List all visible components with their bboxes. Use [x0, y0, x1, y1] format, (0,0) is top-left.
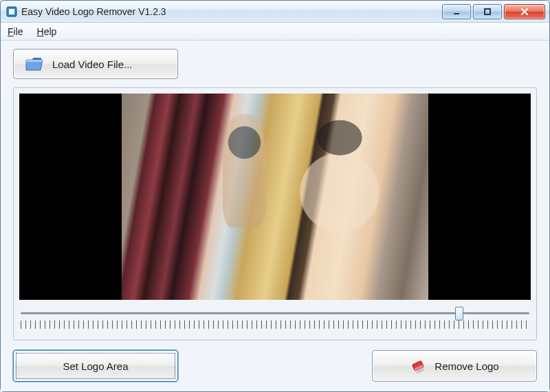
timeline-slider[interactable] [19, 308, 531, 334]
video-groupbox [13, 87, 537, 340]
load-video-label: Load Video File... [52, 58, 132, 70]
set-logo-area-button[interactable]: Set Logo Area [13, 350, 178, 382]
svg-rect-1 [9, 9, 14, 14]
remove-logo-button[interactable]: Remove Logo [372, 350, 537, 382]
eraser-icon [410, 358, 426, 373]
window-title: Easy Video Logo Remover V1.2.3 [21, 6, 442, 17]
window-controls [442, 4, 545, 19]
bottom-button-row: Set Logo Area Remove Logo [13, 350, 537, 382]
maximize-button[interactable] [473, 4, 502, 19]
svg-rect-2 [454, 13, 459, 14]
close-button[interactable] [504, 4, 545, 19]
slider-thumb[interactable] [455, 307, 463, 320]
content-area: Load Video File... Set Logo Area [1, 41, 549, 391]
minimize-button[interactable] [442, 4, 471, 19]
folder-icon [25, 56, 44, 72]
slider-ticks [21, 320, 529, 329]
load-video-button[interactable]: Load Video File... [13, 49, 178, 79]
app-icon [6, 6, 17, 17]
menubar: File Help [1, 23, 549, 41]
titlebar: Easy Video Logo Remover V1.2.3 [1, 1, 549, 23]
video-frame-image [122, 94, 428, 300]
svg-rect-3 [485, 9, 490, 14]
menu-help[interactable]: Help [37, 26, 57, 37]
slider-track [21, 312, 529, 314]
app-window: Easy Video Logo Remover V1.2.3 File Help [0, 0, 550, 392]
load-row: Load Video File... [13, 49, 537, 79]
set-logo-area-label: Set Logo Area [63, 360, 128, 372]
video-preview[interactable] [19, 94, 531, 300]
remove-logo-label: Remove Logo [434, 360, 498, 372]
menu-file[interactable]: File [8, 26, 23, 37]
